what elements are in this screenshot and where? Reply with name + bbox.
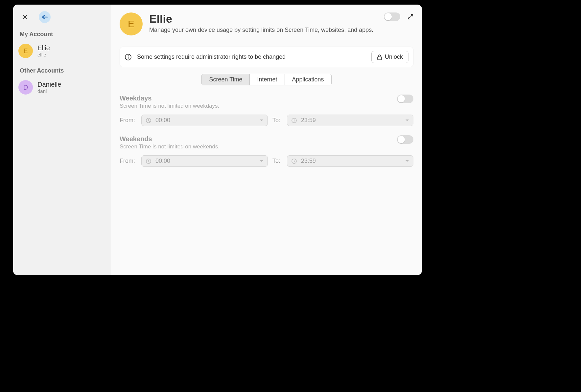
page-title: Ellie [149,12,377,25]
settings-window: My Account E Ellie ellie Other Accounts … [13,5,422,275]
header-text: Ellie Manage your own device usage by se… [149,12,377,33]
unlock-icon [377,54,382,60]
chevron-down-icon [260,160,264,163]
section-titles: Weekends Screen Time is not limited on w… [120,135,397,150]
from-value: 00:00 [155,158,256,164]
weekdays-from-field[interactable]: 00:00 [141,115,268,126]
time-row: From: 00:00 To: 23:59 [120,155,413,167]
weekdays-toggle[interactable] [397,95,413,103]
screen-time-master-toggle[interactable] [384,12,400,21]
chevron-down-icon [405,160,409,163]
clock-icon [291,158,297,164]
unlock-label: Unlock [385,54,403,60]
sidebar-section-other-accounts: Other Accounts [17,65,107,77]
account-name: Danielle [37,81,61,88]
to-value: 23:59 [301,158,401,164]
account-username: ellie [37,52,50,57]
to-label: To: [272,117,282,124]
time-row: From: 00:00 To: 23:59 [120,115,413,126]
tab-applications[interactable]: Applications [285,74,331,85]
section-subtitle: Screen Time is not limited on weekends. [120,143,397,150]
sidebar-section-my-account: My Account [17,29,107,40]
info-icon [125,54,132,61]
clock-icon [146,118,151,123]
admin-banner-message: Some settings require administrator righ… [137,54,366,60]
section-header: Weekdays Screen Time is not limited on w… [120,95,413,109]
weekends-from-field[interactable]: 00:00 [141,155,268,167]
section-header: Weekends Screen Time is not limited on w… [120,135,413,150]
admin-rights-banner: Some settings require administrator righ… [120,47,413,67]
weekends-toggle[interactable] [397,135,413,144]
from-label: From: [120,117,137,124]
close-icon [22,14,28,20]
tab-screen-time[interactable]: Screen Time [202,74,250,85]
clock-icon [291,118,297,123]
account-name: Ellie [37,44,50,52]
sidebar: My Account E Ellie ellie Other Accounts … [13,5,111,275]
header-actions [384,12,413,21]
svg-point-1 [128,55,129,56]
main-panel: E Ellie Manage your own device usage by … [111,5,422,275]
page-subtitle: Manage your own device usage by setting … [149,27,377,33]
maximize-button[interactable] [407,14,413,20]
sidebar-account-danielle[interactable]: D Danielle dani [17,78,107,97]
sidebar-nav [17,10,107,28]
clock-icon [146,158,151,164]
unlock-button[interactable]: Unlock [371,51,408,63]
tab-internet[interactable]: Internet [250,74,285,85]
from-value: 00:00 [155,117,256,124]
chevron-down-icon [405,119,409,122]
svg-rect-3 [378,57,382,60]
section-titles: Weekdays Screen Time is not limited on w… [120,95,397,109]
svg-rect-2 [128,56,128,59]
section-title: Weekdays [120,95,397,102]
weekdays-to-field[interactable]: 23:59 [287,115,413,126]
maximize-icon [407,14,413,20]
from-label: From: [120,158,137,164]
to-label: To: [272,158,282,164]
sidebar-account-ellie[interactable]: E Ellie ellie [17,42,107,60]
back-arrow-icon [42,15,48,19]
account-text: Ellie ellie [37,44,50,57]
avatar: E [18,44,33,58]
section-weekends: Weekends Screen Time is not limited on w… [120,135,413,167]
back-button[interactable] [39,11,51,23]
account-text: Danielle dani [37,81,61,94]
tabs: Screen Time Internet Applications [201,74,331,85]
avatar: D [18,80,33,95]
chevron-down-icon [260,119,264,122]
section-subtitle: Screen Time is not limited on weekdays. [120,103,397,109]
header: E Ellie Manage your own device usage by … [120,12,413,35]
to-value: 23:59 [301,117,401,124]
section-title: Weekends [120,135,397,143]
account-username: dani [37,88,61,94]
section-weekdays: Weekdays Screen Time is not limited on w… [120,95,413,126]
weekends-to-field[interactable]: 23:59 [287,155,413,167]
close-button[interactable] [19,11,31,23]
avatar: E [120,12,143,35]
